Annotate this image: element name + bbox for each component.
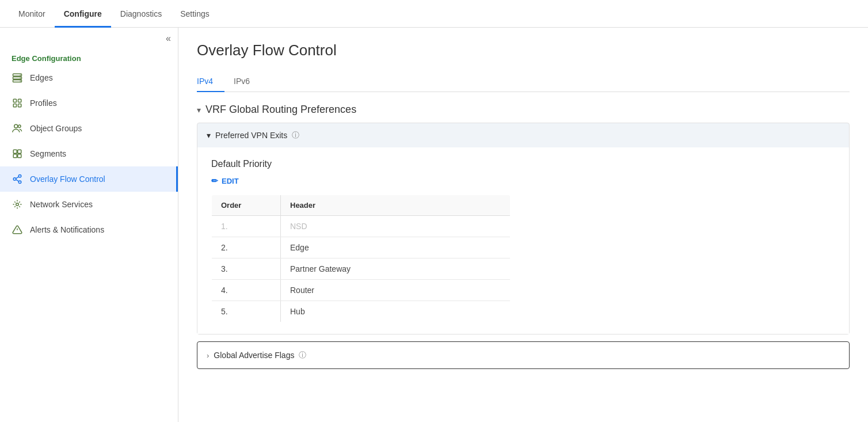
svg-rect-15 — [18, 154, 21, 158]
collapse-button[interactable]: « — [0, 28, 178, 50]
preferred-vpn-exits-subsection: ▾ Preferred VPN Exits ⓘ Default Priority… — [197, 123, 850, 334]
table-cell-header: Edge — [281, 237, 511, 258]
global-advertise-flags-label: Global Advertise Flags — [214, 351, 294, 360]
table-row: 4.Router — [212, 280, 511, 301]
content-area: Overlay Flow Control IPv4 IPv6 ▾ VRF Glo… — [178, 28, 868, 422]
table-cell-order: 4. — [212, 280, 281, 301]
vrf-section-title: VRF Global Routing Preferences — [205, 104, 356, 116]
tab-configure[interactable]: Configure — [55, 0, 111, 28]
vrf-section-header[interactable]: ▾ VRF Global Routing Preferences — [197, 104, 850, 116]
svg-rect-14 — [13, 154, 17, 158]
svg-point-10 — [14, 124, 18, 128]
overlay-flow-control-icon — [12, 173, 23, 185]
profiles-icon — [12, 97, 23, 109]
sidebar-item-overlay-flow-control-label: Overlay Flow Control — [30, 174, 105, 184]
svg-rect-8 — [13, 104, 16, 107]
svg-point-11 — [18, 125, 21, 128]
global-advertise-flags-info-icon: ⓘ — [299, 350, 306, 360]
table-cell-header: Router — [281, 280, 511, 301]
table-row: 5.Hub — [212, 301, 511, 322]
sidebar-section-label: Edge Configuration — [0, 50, 178, 65]
table-cell-order: 1. — [212, 216, 281, 237]
table-cell-header: Hub — [281, 301, 511, 322]
svg-rect-13 — [18, 150, 21, 153]
sidebar-item-alerts-notifications[interactable]: Alerts & Notifications — [0, 217, 178, 242]
svg-rect-9 — [18, 104, 21, 107]
sidebar-item-profiles-label: Profiles — [30, 98, 57, 108]
sidebar-item-object-groups-label: Object Groups — [30, 124, 82, 133]
edit-label: EDIT — [222, 177, 239, 185]
tab-monitor[interactable]: Monitor — [9, 0, 55, 28]
preferred-vpn-exits-header[interactable]: ▾ Preferred VPN Exits ⓘ — [197, 123, 849, 147]
edit-button[interactable]: ✏ EDIT — [211, 176, 835, 185]
svg-rect-6 — [13, 99, 16, 102]
object-groups-icon — [12, 123, 23, 134]
sidebar-item-object-groups[interactable]: Object Groups — [0, 116, 178, 141]
vrf-chevron-down-icon: ▾ — [197, 105, 201, 115]
preferred-vpn-info-icon: ⓘ — [292, 130, 299, 140]
sidebar: « Edge Configuration Edges — [0, 28, 178, 422]
sidebar-item-segments-label: Segments — [30, 149, 66, 158]
table-cell-header: Partner Gateway — [281, 258, 511, 280]
vrf-section: ▾ VRF Global Routing Preferences ▾ Prefe… — [197, 104, 850, 369]
svg-point-3 — [20, 74, 21, 75]
col-header-header: Header — [281, 195, 511, 216]
svg-point-17 — [13, 178, 16, 181]
sidebar-item-edges-label: Edges — [30, 73, 53, 82]
table-cell-header: NSD — [281, 216, 511, 237]
sidebar-item-network-services[interactable]: Network Services — [0, 192, 178, 217]
svg-point-5 — [20, 81, 21, 82]
preferred-vpn-exits-body: Default Priority ✏ EDIT Order Header — [197, 147, 849, 334]
svg-point-19 — [16, 203, 19, 206]
svg-point-16 — [18, 175, 21, 178]
tab-settings[interactable]: Settings — [171, 0, 219, 28]
table-cell-order: 2. — [212, 237, 281, 258]
preferred-vpn-chevron-down-icon: ▾ — [207, 131, 211, 140]
sidebar-item-segments[interactable]: Segments — [0, 141, 178, 166]
tabs: IPv4 IPv6 — [197, 71, 850, 92]
svg-rect-12 — [13, 150, 17, 153]
network-services-icon — [12, 199, 23, 210]
page-title: Overlay Flow Control — [197, 41, 850, 59]
svg-rect-7 — [18, 99, 21, 102]
alerts-icon — [12, 224, 23, 235]
main-layout: « Edge Configuration Edges — [0, 28, 868, 422]
sidebar-item-alerts-notifications-label: Alerts & Notifications — [30, 225, 104, 234]
edit-icon: ✏ — [211, 176, 218, 185]
tab-ipv6[interactable]: IPv6 — [234, 71, 261, 92]
col-header-order: Order — [212, 195, 281, 216]
preferred-vpn-exits-label: Preferred VPN Exits — [215, 131, 287, 140]
table-cell-order: 3. — [212, 258, 281, 280]
tab-diagnostics[interactable]: Diagnostics — [111, 0, 171, 28]
svg-point-4 — [20, 78, 21, 79]
collapse-icon: « — [166, 33, 171, 44]
table-cell-order: 5. — [212, 301, 281, 322]
global-flags-chevron-right-icon: › — [207, 351, 209, 360]
table-row: 1.NSD — [212, 216, 511, 237]
global-advertise-flags-section[interactable]: › Global Advertise Flags ⓘ — [197, 341, 850, 369]
segments-icon — [12, 148, 23, 159]
top-navigation: Monitor Configure Diagnostics Settings — [0, 0, 868, 28]
sidebar-item-edges[interactable]: Edges — [0, 65, 178, 90]
table-row: 3.Partner Gateway — [212, 258, 511, 280]
default-priority-label: Default Priority — [211, 159, 835, 169]
svg-point-18 — [18, 181, 21, 184]
server-icon — [12, 72, 23, 83]
table-row: 2.Edge — [212, 237, 511, 258]
sidebar-item-network-services-label: Network Services — [30, 200, 93, 209]
sidebar-item-overlay-flow-control[interactable]: Overlay Flow Control — [0, 166, 178, 192]
sidebar-item-profiles[interactable]: Profiles — [0, 90, 178, 116]
priority-table: Order Header 1.NSD2.Edge3.Partner Gatewa… — [211, 195, 511, 322]
tab-ipv4[interactable]: IPv4 — [197, 71, 224, 92]
